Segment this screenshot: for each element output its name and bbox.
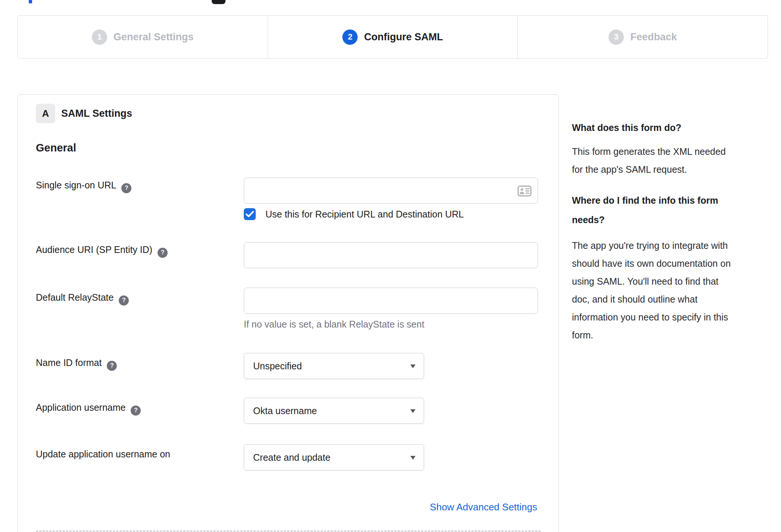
step-label: Feedback: [630, 31, 677, 43]
field-row-audience-uri: Audience URI (SP Entity ID)?: [36, 242, 558, 268]
sidebar-paragraph-where: The app you're trying to integrate with …: [572, 237, 731, 344]
help-icon[interactable]: ?: [119, 295, 129, 306]
sidebar-heading-where: Where do I find the info this form needs…: [572, 191, 718, 229]
audience-uri-input[interactable]: [244, 242, 538, 268]
default-relaystate-label: Default RelayState?: [36, 292, 239, 306]
field-row-single-sign-on-url: Single sign-on URL?: [36, 178, 558, 204]
step-configure-saml[interactable]: 2 Configure SAML: [268, 16, 518, 58]
help-icon[interactable]: ?: [107, 361, 117, 371]
step-feedback[interactable]: 3 Feedback: [517, 16, 768, 58]
step-label: Configure SAML: [364, 31, 443, 43]
chevron-down-icon: [410, 364, 416, 368]
field-row-default-relaystate: Default RelayState? If no value is set, …: [36, 288, 558, 332]
select-value: Create and update: [253, 452, 330, 463]
update-application-username-select[interactable]: Create and update: [244, 444, 424, 470]
sidebar-paragraph-what: This form generates the XML needed for t…: [572, 143, 726, 178]
step-general-settings[interactable]: 1 General Settings: [18, 16, 268, 58]
saml-settings-panel: A SAML Settings General Single sign-on U…: [18, 94, 559, 532]
top-cutoff-blue-fragment: [29, 0, 32, 3]
select-value: Unspecified: [253, 361, 302, 372]
step-number-badge: 3: [609, 29, 624, 45]
contact-card-icon[interactable]: [517, 185, 532, 197]
top-cutoff-black-fragment: [212, 0, 225, 4]
help-icon[interactable]: ?: [121, 183, 131, 193]
name-id-format-select[interactable]: Unspecified: [244, 353, 424, 379]
step-number-badge: 2: [342, 29, 358, 45]
select-value: Okta username: [253, 406, 317, 416]
step-label: General Settings: [113, 31, 194, 43]
application-username-select[interactable]: Okta username: [244, 398, 424, 424]
default-relaystate-input[interactable]: [244, 288, 538, 314]
application-username-label: Application username?: [36, 402, 239, 416]
single-sign-on-url-input[interactable]: [244, 178, 538, 204]
single-sign-on-url-label: Single sign-on URL?: [36, 180, 239, 193]
recipient-url-checkbox[interactable]: [244, 208, 256, 220]
help-icon[interactable]: ?: [158, 248, 168, 258]
update-application-username-label: Update application username on: [36, 449, 239, 460]
field-label-text: Default RelayState: [36, 292, 113, 303]
audience-uri-label: Audience URI (SP Entity ID)?: [36, 244, 239, 258]
help-icon[interactable]: ?: [131, 406, 141, 416]
sidebar-heading-what: What does this form do?: [572, 118, 681, 137]
name-id-format-label: Name ID format?: [36, 357, 239, 371]
chevron-down-icon: [410, 409, 416, 413]
field-row-name-id-format: Name ID format? Unspecified: [36, 353, 558, 379]
section-a-badge: A: [36, 104, 55, 123]
relaystate-helper-text: If no value is set, a blank RelayState i…: [244, 319, 424, 330]
general-section-heading: General: [36, 142, 76, 154]
step-number-badge: 1: [92, 29, 107, 45]
wizard-stepper: 1 General Settings 2 Configure SAML 3 Fe…: [18, 15, 768, 59]
show-advanced-settings-link[interactable]: Show Advanced Settings: [430, 501, 537, 513]
field-label-text: Single sign-on URL: [36, 180, 116, 190]
advanced-settings-divider: [36, 531, 541, 532]
panel-title: SAML Settings: [61, 104, 132, 123]
field-row-application-username: Application username? Okta username: [36, 398, 558, 424]
field-label-text: Name ID format: [36, 357, 102, 368]
recipient-url-checkbox-label: Use this for Recipient URL and Destinati…: [265, 208, 464, 220]
field-row-update-application-username: Update application username on Create an…: [36, 444, 558, 470]
field-label-text: Audience URI (SP Entity ID): [36, 244, 152, 255]
field-label-text: Application username: [36, 402, 125, 413]
field-label-text: Update application username on: [36, 449, 170, 459]
chevron-down-icon: [410, 456, 416, 460]
recipient-url-checkbox-row: Use this for Recipient URL and Destinati…: [36, 208, 558, 220]
